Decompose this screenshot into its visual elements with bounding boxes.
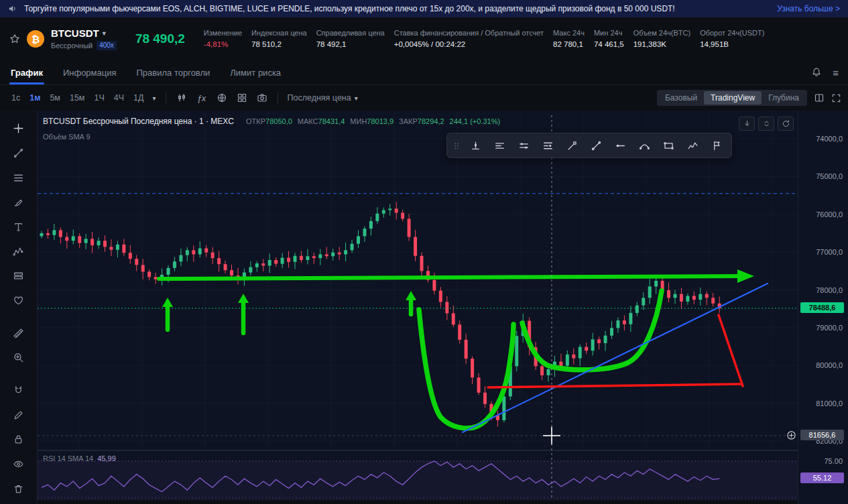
fib-levels-icon[interactable] [538, 136, 558, 155]
price-axis[interactable]: 74000,075000,076000,077000,078000,079000… [798, 111, 848, 504]
layout-icon[interactable] [814, 92, 825, 103]
timeframe-list: 1с1м5м15м1Ч4Ч1Д [7, 91, 148, 105]
price-type-label: Последняя цена [288, 93, 351, 103]
heart-icon[interactable] [9, 292, 29, 310]
tab-1[interactable]: Информация [62, 60, 118, 84]
price-type-select[interactable]: Последняя цена ▾ [288, 93, 358, 103]
crosshair [38, 115, 798, 499]
rectangle-icon[interactable] [659, 136, 678, 155]
view-mode-2[interactable]: Глубина [762, 91, 806, 105]
drawing-toolbar [0, 111, 38, 504]
trash-icon[interactable] [9, 479, 29, 498]
volume-legend: Объём SMA 9 [43, 133, 90, 141]
stat-label: Мин 24ч [594, 28, 624, 38]
xabcd-pattern-icon[interactable] [9, 242, 29, 261]
pair-selector[interactable]: BTCUSDT ▾ Бессрочный 400x [51, 27, 117, 51]
header-stat: Справедливая цена78 492,1 [316, 28, 385, 49]
favorite-star-icon[interactable] [9, 34, 20, 44]
pencil-icon[interactable] [9, 405, 29, 424]
fib-retracement-icon[interactable] [9, 168, 29, 187]
chart-region: BTCUSDT Бессрочный Последняя цена · 1 · … [0, 111, 848, 504]
crosshair-price-badge: 81656,6 [800, 430, 844, 440]
header-stat: Ставка финансирования / Обратный отсчет+… [394, 28, 544, 49]
market-header: ₿ BTCUSDT ▾ Бессрочный 400x 78 490,2 Изм… [0, 17, 848, 60]
caret-down-icon: ▾ [355, 94, 358, 102]
anchored-note-icon[interactable] [466, 136, 485, 155]
menu-icon[interactable]: ≡ [833, 67, 839, 78]
time-axis[interactable] [38, 499, 798, 504]
stat-label: Макс 24ч [553, 28, 585, 38]
fullscreen-icon[interactable] [831, 93, 841, 103]
flag-icon[interactable] [707, 136, 727, 155]
lock-icon[interactable] [9, 430, 29, 449]
zoom-in-icon[interactable] [9, 349, 29, 367]
candles-icon[interactable] [173, 90, 190, 106]
timeframe-1Ч[interactable]: 1Ч [89, 91, 109, 105]
price-tick: 74000,0 [816, 135, 843, 143]
stat-label: Оборот 24ч(USDT) [700, 28, 764, 38]
curve-icon[interactable] [635, 136, 654, 155]
trend-line-icon[interactable] [9, 144, 29, 163]
long-position-icon[interactable] [9, 267, 29, 286]
price-tick: 75000,0 [816, 172, 843, 180]
header-stat: Изменение-4,81% [204, 28, 242, 49]
view-mode-0[interactable]: Базовый [658, 91, 704, 105]
crosshair-add-icon[interactable] [786, 430, 796, 440]
bell-icon[interactable] [811, 67, 822, 78]
timeframe-4Ч[interactable]: 4Ч [109, 91, 129, 105]
drag-handle-icon[interactable] [452, 136, 461, 155]
timeframe-1Д[interactable]: 1Д [129, 91, 148, 105]
indicators-fx-icon[interactable]: ƒx [193, 90, 210, 106]
horizontal-ray-icon[interactable] [611, 136, 630, 155]
ohlc-value: 78431,4 [318, 117, 345, 125]
price-tick: 76000,0 [816, 210, 843, 218]
text-icon[interactable] [9, 218, 29, 237]
timeframe-1с[interactable]: 1с [7, 91, 25, 105]
rsi-legend-label: RSI 14 SMA 14 [43, 454, 93, 462]
header-stat: Объем 24ч(BTC)191,383K [633, 28, 690, 49]
timeframe-1м[interactable]: 1м [25, 91, 45, 105]
camera-icon[interactable] [253, 90, 271, 106]
tab-3[interactable]: Лимит риска [229, 60, 282, 84]
chart-toolbar: 1с1м5м15м1Ч4Ч1Д ▾ ƒx Последняя цена ▾ Ба… [0, 85, 848, 111]
header-stat: Макс 24ч82 780,1 [553, 28, 585, 49]
collapse-button[interactable] [758, 117, 774, 131]
banner-link[interactable]: Узнать больше > [777, 4, 840, 13]
stat-label: Ставка финансирования / Обратный отсчет [394, 28, 544, 38]
timeframe-5м[interactable]: 5м [45, 91, 65, 105]
trend-line-icon[interactable] [587, 136, 606, 155]
view-mode-1[interactable]: TradingView [704, 91, 762, 105]
brush-icon[interactable] [9, 193, 29, 212]
parallel-channel-icon[interactable] [514, 136, 534, 155]
ohlc-key: ОТКР [246, 117, 265, 125]
header-stat: Мин 24ч74 461,5 [594, 28, 624, 49]
ruler-icon[interactable] [9, 324, 29, 342]
ohlc-value: 78294,2 [418, 117, 444, 125]
candlestick-chart[interactable] [38, 111, 798, 504]
eye-icon[interactable] [9, 455, 29, 474]
timeframe-15м[interactable]: 15м [65, 91, 90, 105]
timeframe-more-icon[interactable]: ▾ [152, 94, 156, 102]
pair-name: BTCUSDT [51, 27, 99, 40]
rsi-value: 45,99 [97, 454, 116, 462]
globe-icon[interactable] [213, 90, 231, 106]
promo-banner: Торгуйте популярными фьючерсами EOS, ALC… [0, 0, 848, 17]
refresh-button[interactable] [778, 117, 794, 131]
tab-2[interactable]: Правила торговли [135, 60, 212, 84]
horizontal-lines-icon[interactable] [490, 136, 509, 155]
tab-0[interactable]: График [9, 60, 44, 84]
rsi-pane [38, 450, 798, 498]
magnet-icon[interactable] [9, 381, 29, 400]
pen-icon[interactable] [562, 136, 582, 155]
btc-logo-icon: ₿ [27, 30, 44, 48]
arrow-down-button[interactable] [739, 117, 755, 131]
zigzag-icon[interactable] [683, 136, 703, 155]
tab-list: ГрафикИнформацияПравила торговлиЛимит ри… [9, 60, 300, 84]
grid-icon[interactable] [233, 90, 251, 106]
drawings [159, 269, 768, 432]
crosshair-icon[interactable] [9, 119, 29, 138]
price-tick: 79000,0 [816, 324, 843, 332]
stat-label: Объем 24ч(BTC) [633, 28, 690, 38]
chart-tool-icons: ƒx [173, 90, 271, 106]
chart-area[interactable]: BTCUSDT Бессрочный Последняя цена · 1 · … [38, 111, 798, 504]
